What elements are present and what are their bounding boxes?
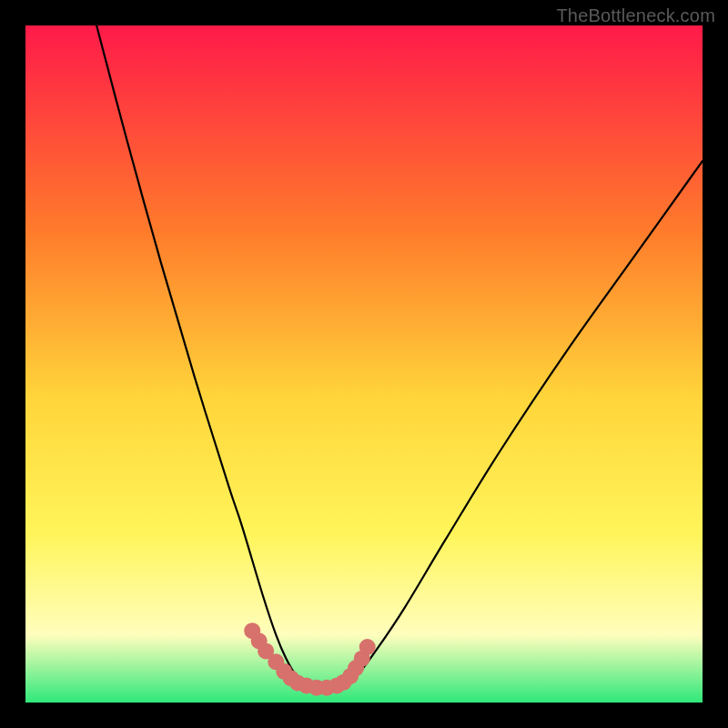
highlight-dot [359,639,376,655]
gradient-background [25,25,703,703]
plot-area [25,25,703,703]
watermark-text: TheBottleneck.com [556,5,715,26]
chart-svg [25,25,703,703]
chart-stage: TheBottleneck.com [0,0,728,728]
